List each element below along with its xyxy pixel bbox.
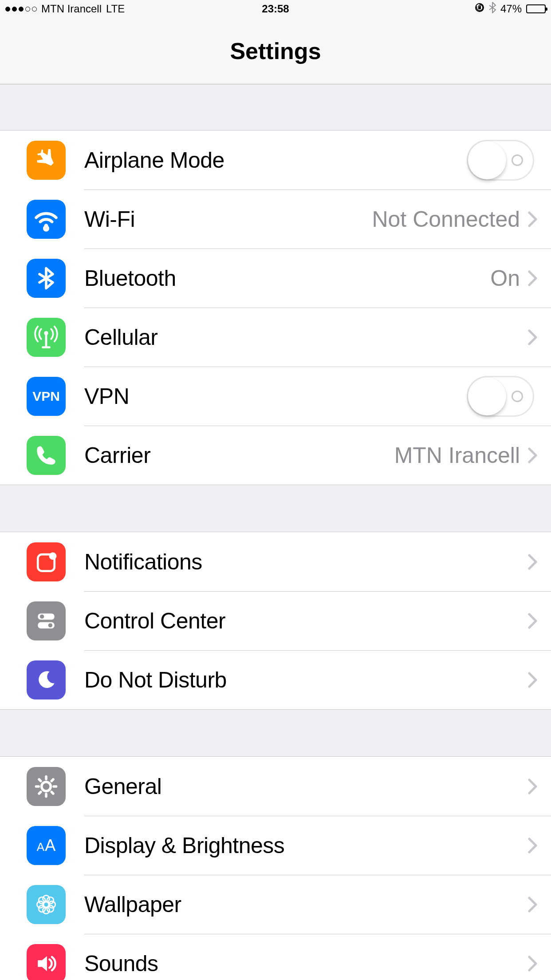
row-display-brightness[interactable]: AA Display & Brightness	[0, 816, 551, 875]
row-vpn[interactable]: VPN VPN	[0, 367, 551, 426]
row-wifi[interactable]: Wi-Fi Not Connected	[0, 190, 551, 249]
network-label: LTE	[106, 3, 125, 15]
settings-group-connectivity: Airplane Mode Wi-Fi Not Connected Blueto…	[0, 130, 551, 485]
row-label: Display & Brightness	[84, 833, 284, 858]
row-label: Notifications	[84, 549, 202, 575]
battery-icon	[526, 4, 546, 13]
phone-icon	[27, 436, 66, 475]
svg-point-8	[40, 614, 44, 618]
sounds-icon	[27, 944, 66, 980]
chevron-right-icon	[528, 270, 538, 286]
svg-point-4	[44, 331, 48, 335]
orientation-lock-icon	[475, 3, 484, 15]
group-spacer	[0, 84, 551, 130]
chevron-right-icon	[528, 956, 538, 972]
svg-point-11	[42, 782, 51, 791]
row-label: Bluetooth	[84, 265, 176, 291]
svg-line-17	[51, 792, 53, 794]
svg-line-19	[51, 779, 53, 781]
svg-point-6	[49, 552, 57, 560]
row-label: Carrier	[84, 443, 150, 468]
row-notifications[interactable]: Notifications	[0, 532, 551, 591]
row-label: Airplane Mode	[84, 147, 224, 173]
row-label: VPN	[84, 383, 129, 409]
signal-strength-icon	[5, 7, 37, 12]
row-carrier[interactable]: Carrier MTN Irancell	[0, 426, 551, 485]
notifications-icon	[27, 542, 66, 581]
svg-point-26	[47, 905, 54, 912]
row-sounds[interactable]: Sounds	[0, 934, 551, 980]
display-icon: AA	[27, 826, 66, 865]
status-left: MTN Irancell LTE	[5, 3, 125, 15]
row-airplane-mode[interactable]: Airplane Mode	[0, 130, 551, 190]
row-label: Wallpaper	[84, 892, 181, 917]
group-spacer	[0, 710, 551, 756]
wallpaper-icon	[27, 885, 66, 924]
bluetooth-icon	[27, 259, 66, 298]
row-cellular[interactable]: Cellular	[0, 308, 551, 367]
chevron-right-icon	[528, 778, 538, 794]
wifi-icon	[27, 200, 66, 239]
svg-point-3	[44, 224, 48, 228]
chevron-right-icon	[528, 554, 538, 570]
row-general[interactable]: General	[0, 757, 551, 816]
row-detail: MTN Irancell	[394, 443, 520, 468]
svg-point-27	[39, 905, 45, 912]
svg-point-10	[48, 623, 52, 627]
svg-point-25	[39, 897, 45, 904]
chevron-right-icon	[528, 329, 538, 345]
settings-group-alerts: Notifications Control Center Do Not Dist…	[0, 532, 551, 710]
row-label: Control Center	[84, 608, 225, 634]
row-label: Cellular	[84, 324, 158, 350]
svg-line-18	[39, 792, 41, 794]
bluetooth-icon	[489, 2, 496, 16]
row-detail: Not Connected	[372, 206, 520, 232]
airplane-mode-toggle[interactable]	[467, 140, 534, 181]
settings-group-general: General AA Display & Brightness Wallpape…	[0, 756, 551, 980]
gear-icon	[27, 767, 66, 806]
chevron-right-icon	[528, 897, 538, 913]
control-center-icon	[27, 601, 66, 640]
battery-percent-label: 47%	[500, 3, 522, 15]
navigation-bar: Settings	[0, 18, 551, 84]
svg-point-28	[47, 897, 54, 904]
row-label: Wi-Fi	[84, 206, 135, 232]
row-detail: On	[490, 265, 520, 291]
vpn-icon: VPN	[27, 377, 66, 416]
chevron-right-icon	[528, 447, 538, 463]
row-bluetooth[interactable]: Bluetooth On	[0, 249, 551, 308]
airplane-icon	[27, 141, 66, 180]
chevron-right-icon	[528, 838, 538, 854]
group-spacer	[0, 485, 551, 532]
row-wallpaper[interactable]: Wallpaper	[0, 875, 551, 934]
page-title: Settings	[230, 38, 321, 64]
status-bar: MTN Irancell LTE 23:58 47%	[0, 0, 551, 18]
chevron-right-icon	[528, 672, 538, 688]
row-label: Sounds	[84, 951, 158, 976]
chevron-right-icon	[528, 211, 538, 227]
svg-line-16	[39, 779, 41, 781]
row-label: Do Not Disturb	[84, 667, 227, 693]
row-label: General	[84, 774, 161, 799]
row-do-not-disturb[interactable]: Do Not Disturb	[0, 650, 551, 709]
moon-icon	[27, 660, 66, 699]
vpn-toggle[interactable]	[467, 376, 534, 417]
cellular-icon	[27, 318, 66, 357]
chevron-right-icon	[528, 613, 538, 629]
row-control-center[interactable]: Control Center	[0, 591, 551, 650]
clock-label: 23:58	[262, 3, 289, 15]
status-right: 47%	[475, 2, 546, 16]
carrier-label: MTN Irancell	[41, 3, 102, 15]
